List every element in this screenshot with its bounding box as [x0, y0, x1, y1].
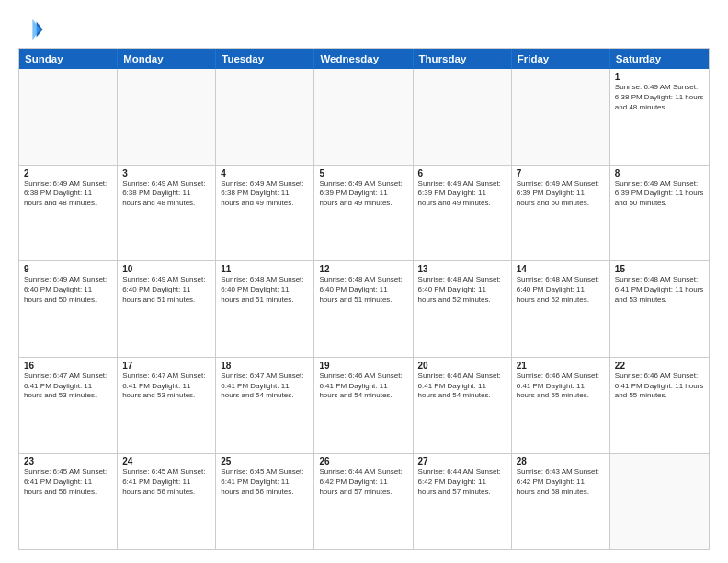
calendar-cell: 12Sunrise: 6:48 AM Sunset: 6:40 PM Dayli… [314, 261, 413, 357]
calendar-body: 1Sunrise: 6:49 AM Sunset: 6:38 PM Daylig… [19, 69, 709, 549]
day-number: 25 [221, 456, 309, 466]
day-info: Sunrise: 6:46 AM Sunset: 6:41 PM Dayligh… [319, 372, 407, 401]
day-number: 16 [24, 361, 112, 371]
day-number: 28 [517, 456, 605, 466]
calendar-cell [314, 69, 413, 165]
calendar: SundayMondayTuesdayWednesdayThursdayFrid… [18, 48, 710, 550]
calendar-cell [414, 69, 512, 165]
calendar-cell: 7Sunrise: 6:49 AM Sunset: 6:39 PM Daylig… [512, 166, 610, 261]
calendar-cell: 22Sunrise: 6:46 AM Sunset: 6:41 PM Dayli… [610, 358, 709, 454]
calendar-cell: 8Sunrise: 6:49 AM Sunset: 6:39 PM Daylig… [610, 166, 709, 261]
calendar-cell: 26Sunrise: 6:44 AM Sunset: 6:42 PM Dayli… [314, 454, 413, 549]
weekday-header: Sunday [19, 49, 118, 69]
weekday-header: Friday [512, 49, 610, 69]
day-info: Sunrise: 6:44 AM Sunset: 6:42 PM Dayligh… [418, 467, 506, 497]
calendar-cell: 5Sunrise: 6:49 AM Sunset: 6:39 PM Daylig… [314, 166, 413, 261]
day-number: 7 [517, 168, 605, 178]
weekday-header: Monday [118, 49, 216, 69]
day-info: Sunrise: 6:49 AM Sunset: 6:39 PM Dayligh… [615, 179, 704, 209]
calendar-cell: 21Sunrise: 6:46 AM Sunset: 6:41 PM Dayli… [512, 358, 610, 454]
day-info: Sunrise: 6:47 AM Sunset: 6:41 PM Dayligh… [122, 372, 210, 401]
day-number: 12 [319, 264, 407, 274]
calendar-cell [19, 69, 118, 165]
day-number: 2 [24, 168, 112, 178]
calendar-cell: 9Sunrise: 6:49 AM Sunset: 6:40 PM Daylig… [19, 261, 118, 357]
calendar-cell: 2Sunrise: 6:49 AM Sunset: 6:38 PM Daylig… [19, 166, 118, 261]
calendar-cell: 10Sunrise: 6:49 AM Sunset: 6:40 PM Dayli… [118, 261, 216, 357]
logo [18, 17, 48, 42]
weekday-header: Thursday [414, 49, 512, 69]
day-info: Sunrise: 6:48 AM Sunset: 6:40 PM Dayligh… [517, 275, 605, 304]
calendar-cell: 4Sunrise: 6:49 AM Sunset: 6:38 PM Daylig… [216, 166, 314, 261]
day-info: Sunrise: 6:48 AM Sunset: 6:40 PM Dayligh… [221, 275, 309, 304]
header [18, 17, 710, 42]
calendar-header: SundayMondayTuesdayWednesdayThursdayFrid… [19, 49, 709, 69]
weekday-header: Wednesday [314, 49, 413, 69]
day-number: 13 [418, 264, 506, 274]
day-info: Sunrise: 6:49 AM Sunset: 6:39 PM Dayligh… [418, 179, 506, 209]
calendar-cell: 11Sunrise: 6:48 AM Sunset: 6:40 PM Dayli… [216, 261, 314, 357]
calendar-cell: 23Sunrise: 6:45 AM Sunset: 6:41 PM Dayli… [19, 454, 118, 549]
day-info: Sunrise: 6:43 AM Sunset: 6:42 PM Dayligh… [517, 467, 605, 497]
calendar-cell: 19Sunrise: 6:46 AM Sunset: 6:41 PM Dayli… [314, 358, 413, 454]
calendar-cell: 1Sunrise: 6:49 AM Sunset: 6:38 PM Daylig… [610, 69, 709, 165]
day-info: Sunrise: 6:45 AM Sunset: 6:41 PM Dayligh… [24, 467, 112, 497]
day-info: Sunrise: 6:46 AM Sunset: 6:41 PM Dayligh… [517, 372, 605, 401]
calendar-cell: 24Sunrise: 6:45 AM Sunset: 6:41 PM Dayli… [118, 454, 216, 549]
day-info: Sunrise: 6:49 AM Sunset: 6:39 PM Dayligh… [517, 179, 605, 209]
weekday-header: Saturday [610, 49, 709, 69]
day-number: 17 [122, 361, 210, 371]
calendar-cell: 27Sunrise: 6:44 AM Sunset: 6:42 PM Dayli… [414, 454, 512, 549]
day-info: Sunrise: 6:46 AM Sunset: 6:41 PM Dayligh… [418, 372, 506, 401]
day-info: Sunrise: 6:45 AM Sunset: 6:41 PM Dayligh… [122, 467, 210, 497]
calendar-cell [512, 69, 610, 165]
calendar-cell [610, 454, 709, 549]
calendar-week-row: 16Sunrise: 6:47 AM Sunset: 6:41 PM Dayli… [19, 357, 709, 454]
calendar-week-row: 2Sunrise: 6:49 AM Sunset: 6:38 PM Daylig… [19, 165, 709, 261]
calendar-week-row: 9Sunrise: 6:49 AM Sunset: 6:40 PM Daylig… [19, 260, 709, 357]
day-number: 14 [517, 264, 605, 274]
day-number: 6 [418, 168, 506, 178]
day-number: 9 [24, 264, 112, 274]
day-number: 3 [122, 168, 210, 178]
calendar-week-row: 1Sunrise: 6:49 AM Sunset: 6:38 PM Daylig… [19, 69, 709, 165]
day-number: 23 [24, 456, 112, 466]
calendar-cell: 17Sunrise: 6:47 AM Sunset: 6:41 PM Dayli… [118, 358, 216, 454]
day-info: Sunrise: 6:47 AM Sunset: 6:41 PM Dayligh… [24, 372, 112, 401]
day-number: 10 [122, 264, 210, 274]
day-info: Sunrise: 6:48 AM Sunset: 6:40 PM Dayligh… [418, 275, 506, 304]
calendar-cell: 6Sunrise: 6:49 AM Sunset: 6:39 PM Daylig… [414, 166, 512, 261]
day-info: Sunrise: 6:49 AM Sunset: 6:39 PM Dayligh… [319, 179, 407, 209]
day-number: 24 [122, 456, 210, 466]
calendar-cell: 28Sunrise: 6:43 AM Sunset: 6:42 PM Dayli… [512, 454, 610, 549]
day-number: 11 [221, 264, 309, 274]
calendar-cell: 14Sunrise: 6:48 AM Sunset: 6:40 PM Dayli… [512, 261, 610, 357]
day-number: 21 [517, 361, 605, 371]
calendar-cell [118, 69, 216, 165]
calendar-cell: 16Sunrise: 6:47 AM Sunset: 6:41 PM Dayli… [19, 358, 118, 454]
day-info: Sunrise: 6:47 AM Sunset: 6:41 PM Dayligh… [221, 372, 309, 401]
calendar-cell: 3Sunrise: 6:49 AM Sunset: 6:38 PM Daylig… [118, 166, 216, 261]
day-info: Sunrise: 6:49 AM Sunset: 6:40 PM Dayligh… [24, 275, 112, 304]
day-number: 5 [319, 168, 407, 178]
day-number: 1 [615, 72, 704, 82]
day-info: Sunrise: 6:49 AM Sunset: 6:38 PM Dayligh… [24, 179, 112, 209]
day-number: 22 [615, 361, 704, 371]
calendar-cell: 20Sunrise: 6:46 AM Sunset: 6:41 PM Dayli… [414, 358, 512, 454]
calendar-cell: 13Sunrise: 6:48 AM Sunset: 6:40 PM Dayli… [414, 261, 512, 357]
calendar-cell: 25Sunrise: 6:45 AM Sunset: 6:41 PM Dayli… [216, 454, 314, 549]
day-info: Sunrise: 6:44 AM Sunset: 6:42 PM Dayligh… [319, 467, 407, 497]
day-number: 19 [319, 361, 407, 371]
calendar-cell: 18Sunrise: 6:47 AM Sunset: 6:41 PM Dayli… [216, 358, 314, 454]
day-info: Sunrise: 6:48 AM Sunset: 6:41 PM Dayligh… [615, 275, 704, 304]
calendar-week-row: 23Sunrise: 6:45 AM Sunset: 6:41 PM Dayli… [19, 453, 709, 549]
day-info: Sunrise: 6:49 AM Sunset: 6:38 PM Dayligh… [615, 83, 704, 112]
day-info: Sunrise: 6:49 AM Sunset: 6:38 PM Dayligh… [221, 179, 309, 209]
page: SundayMondayTuesdayWednesdayThursdayFrid… [0, 0, 728, 563]
day-number: 26 [319, 456, 407, 466]
day-info: Sunrise: 6:45 AM Sunset: 6:41 PM Dayligh… [221, 467, 309, 497]
day-number: 8 [615, 168, 704, 178]
logo-icon [18, 17, 44, 42]
day-number: 4 [221, 168, 309, 178]
day-number: 15 [615, 264, 704, 274]
